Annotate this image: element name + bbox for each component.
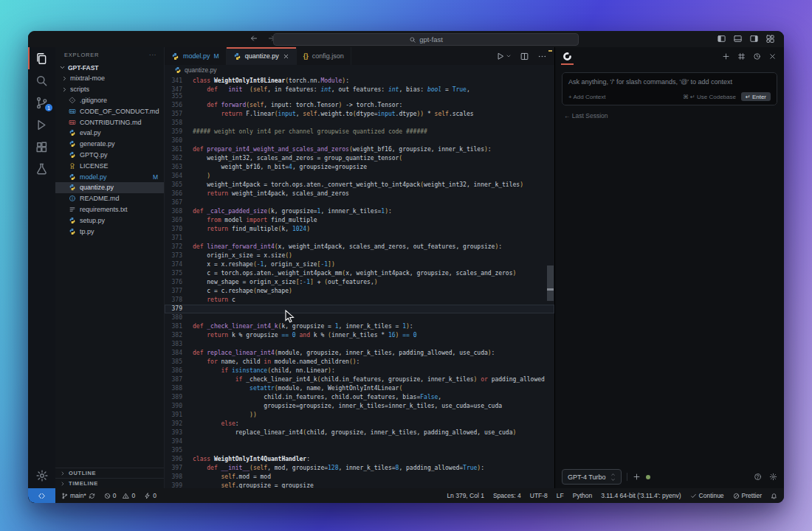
tab-model-py[interactable]: model.pyM bbox=[165, 47, 227, 65]
code-line[interactable]: 396class WeightOnlyInt4QuantHandler: bbox=[165, 455, 554, 464]
status-utf-8[interactable]: UTF-8 bbox=[530, 492, 548, 499]
sidebar-section-outline[interactable]: OUTLINE bbox=[55, 468, 164, 478]
code-line[interactable]: 367 bbox=[165, 198, 554, 207]
status-prettier[interactable]: Prettier bbox=[733, 492, 762, 499]
status-python[interactable]: Python bbox=[573, 492, 592, 499]
problems-status[interactable]: 0 0 bbox=[104, 492, 135, 499]
history-icon[interactable] bbox=[753, 52, 761, 60]
current-line[interactable]: 379 bbox=[165, 305, 554, 313]
code-line[interactable]: 378 return c bbox=[165, 296, 554, 305]
layout-bottom-icon[interactable] bbox=[733, 34, 743, 44]
settings-gear-icon[interactable] bbox=[28, 469, 55, 482]
file-quantize-py[interactable]: quantize.py bbox=[55, 182, 164, 193]
code-line[interactable]: 357 return F.linear(input, self.weight.t… bbox=[165, 110, 554, 119]
code-line[interactable]: 356 def forward(self, input: torch.Tenso… bbox=[165, 101, 554, 110]
code-line[interactable]: 370 return find_multiple(k, 1024) bbox=[165, 225, 554, 234]
continue-logo-icon[interactable] bbox=[562, 52, 572, 61]
file-eval-py[interactable]: eval.py bbox=[55, 128, 164, 139]
chat-settings-icon[interactable] bbox=[769, 473, 777, 481]
file-readme-md[interactable]: README.md bbox=[55, 193, 164, 204]
file-tp-py[interactable]: tp.py bbox=[55, 226, 164, 237]
code-line[interactable]: 387 if _check_linear_int4_k(child.in_fea… bbox=[165, 375, 554, 384]
layout-right-icon[interactable] bbox=[749, 34, 759, 44]
code-line[interactable]: 372def linear_forward_int4(x, weight_int… bbox=[165, 243, 554, 251]
code-line[interactable]: 355 bbox=[165, 92, 554, 101]
code-line[interactable]: 385 for name, child in module.named_chil… bbox=[165, 358, 554, 367]
use-codebase-hint[interactable]: ⌘ ↵ Use Codebase bbox=[683, 94, 736, 100]
layout-custom-icon[interactable] bbox=[765, 34, 775, 44]
code-line[interactable]: 365 weight_int4pack = torch.ops.aten._co… bbox=[165, 181, 554, 190]
code-line[interactable]: 374 x = x.reshape(-1, origin_x_size[-1]) bbox=[165, 260, 554, 269]
code-line[interactable]: 397 def __init__(self, mod, groupsize=12… bbox=[165, 464, 554, 473]
code-line[interactable]: 364 ) bbox=[165, 172, 554, 181]
code-line[interactable]: 389 child.in_features, child.out_feature… bbox=[165, 393, 554, 402]
help-icon[interactable] bbox=[754, 473, 762, 481]
code-line[interactable]: 359##### weight only int4 per channel gr… bbox=[165, 128, 554, 136]
file-setup-py[interactable]: setup.py bbox=[55, 215, 164, 226]
code-line[interactable]: 393 replace_linear_int4(child, groupsize… bbox=[165, 428, 554, 437]
status-lf[interactable]: LF bbox=[557, 492, 564, 499]
sidebar-section-timeline[interactable]: TIMELINE bbox=[55, 478, 164, 488]
code-line[interactable]: 377 c = c.reshape(new_shape) bbox=[165, 287, 554, 296]
run-button[interactable] bbox=[495, 52, 512, 61]
code-line[interactable]: 375 c = torch.ops.aten._weight_int4pack_… bbox=[165, 269, 554, 278]
status-ln-379-col-1[interactable]: Ln 379, Col 1 bbox=[447, 492, 484, 499]
last-session-link[interactable]: ← Last Session bbox=[564, 112, 775, 119]
code-line[interactable]: 399 self.groupsize = groupsize bbox=[165, 482, 554, 488]
code-line[interactable]: 384def replace_linear_int4(module, group… bbox=[165, 349, 554, 358]
add-context-button[interactable]: + Add Context bbox=[568, 94, 605, 100]
close-icon[interactable] bbox=[283, 53, 289, 60]
code-line[interactable]: 363 weight_bf16, n_bit=4, groupsize=grou… bbox=[165, 163, 554, 172]
file-requirements-txt[interactable]: requirements.txt bbox=[55, 204, 164, 215]
code-line[interactable]: 386 if isinstance(child, nn.Linear): bbox=[165, 367, 554, 375]
folder-scripts[interactable]: scripts bbox=[55, 84, 164, 95]
file-code-of-conduct-md[interactable]: CODE_OF_CONDUCT.md bbox=[55, 105, 164, 117]
layout-left-icon[interactable] bbox=[717, 34, 726, 44]
tab-config-json[interactable]: {}config.json bbox=[297, 47, 351, 65]
code-line[interactable]: 360 bbox=[165, 136, 554, 145]
more-actions-icon[interactable] bbox=[537, 52, 547, 61]
code-line[interactable]: 390 groupsize=groupsize, inner_k_tiles=i… bbox=[165, 402, 554, 411]
breadcrumb[interactable]: quantize.py bbox=[165, 65, 554, 75]
code-line[interactable]: 382 return k % groupsize == 0 and k % (i… bbox=[165, 331, 554, 340]
status-3-11-4-64-bit-3-11-4-pyenv-[interactable]: 3.11.4 64-bit ('3.11.4': pyenv) bbox=[601, 492, 681, 499]
tab-quantize-py[interactable]: quantize.py bbox=[227, 47, 297, 65]
history-back-icon[interactable] bbox=[250, 34, 258, 43]
code-line[interactable]: 395 bbox=[165, 446, 554, 455]
code-line[interactable]: 371 bbox=[165, 234, 554, 243]
activity-bar-run-debug[interactable] bbox=[28, 114, 55, 136]
code-line[interactable]: 394 bbox=[165, 437, 554, 446]
code-line[interactable]: 388 setattr(module, name, WeightOnlyInt4… bbox=[165, 384, 554, 393]
code-line[interactable]: 381def _check_linear_int4_k(k, groupsize… bbox=[165, 322, 554, 331]
activity-bar-source-control[interactable]: 1 bbox=[28, 91, 55, 114]
code-line[interactable]: 358 bbox=[165, 119, 554, 128]
status-bell[interactable] bbox=[771, 493, 777, 499]
status-spaces-4[interactable]: Spaces: 4 bbox=[493, 492, 521, 499]
code-line[interactable]: 391 )) bbox=[165, 411, 554, 420]
extra-status[interactable]: 0 bbox=[144, 492, 156, 499]
split-editor-icon[interactable] bbox=[520, 52, 529, 61]
code-line[interactable]: 362 weight_int32, scales_and_zeros = gro… bbox=[165, 154, 554, 163]
file-generate-py[interactable]: generate.py bbox=[55, 139, 164, 150]
file-gptq-py[interactable]: GPTQ.py bbox=[55, 150, 164, 161]
code-line[interactable]: 380 bbox=[165, 313, 554, 322]
new-session-icon[interactable] bbox=[722, 52, 730, 60]
code-line[interactable]: 368def _calc_padded_size(k, groupsize=1,… bbox=[165, 207, 554, 216]
activity-bar-extensions[interactable] bbox=[28, 136, 55, 158]
model-selector[interactable]: GPT-4 Turbo bbox=[562, 469, 622, 485]
git-branch-status[interactable]: main* bbox=[61, 492, 95, 499]
file-model-py[interactable]: model.pyM bbox=[55, 171, 164, 182]
activity-bar-search[interactable] bbox=[28, 69, 55, 91]
more-actions-icon[interactable]: ··· bbox=[149, 52, 156, 58]
code-line[interactable]: 361def prepare_int4_weight_and_scales_an… bbox=[165, 145, 554, 154]
code-line[interactable]: 341class WeightOnlyInt8Linear(torch.nn.M… bbox=[165, 77, 554, 86]
code-line[interactable]: 369 from model import find_multiple bbox=[165, 216, 554, 225]
folder-mixtral-moe[interactable]: mixtral-moe bbox=[55, 73, 164, 84]
workspace-root[interactable]: GPT-FAST bbox=[55, 62, 164, 73]
code-line[interactable]: 366 return weight_int4pack, scales_and_z… bbox=[165, 190, 554, 198]
add-model-icon[interactable] bbox=[627, 473, 641, 481]
remote-indicator[interactable] bbox=[28, 488, 55, 503]
file-contributing-md[interactable]: CONTRIBUTING.md bbox=[55, 117, 164, 128]
chat-input[interactable]: Ask anything, '/' for slash commands, '@… bbox=[562, 72, 777, 105]
status-continue[interactable]: Continue bbox=[690, 492, 724, 499]
